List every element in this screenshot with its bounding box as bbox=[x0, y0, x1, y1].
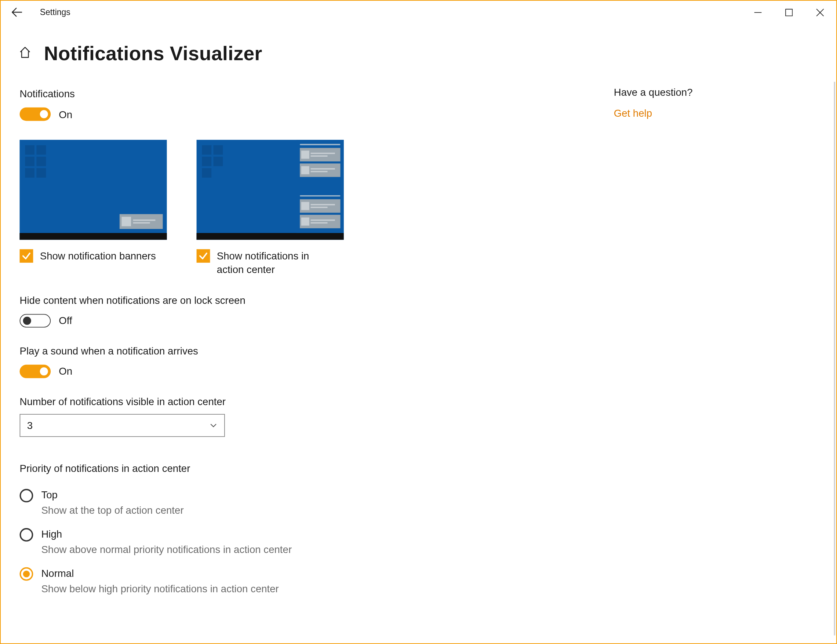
notifications-toggle[interactable] bbox=[20, 107, 51, 121]
close-icon bbox=[816, 8, 824, 16]
sound-toggle-state: On bbox=[59, 365, 72, 377]
get-help-link[interactable]: Get help bbox=[614, 107, 803, 119]
chevron-down-icon bbox=[210, 421, 218, 429]
priority-label-high: High bbox=[41, 528, 292, 539]
main-content: Notifications On bbox=[20, 76, 614, 594]
priority-radio-normal[interactable] bbox=[20, 567, 33, 580]
visible-count-label: Number of notifications visible in actio… bbox=[20, 395, 587, 407]
priority-radio-group: Top Show at the top of action center Hig… bbox=[20, 488, 587, 594]
scrollbar[interactable] bbox=[834, 82, 835, 636]
window-title: Settings bbox=[28, 7, 71, 17]
show-action-center-checkbox[interactable] bbox=[197, 249, 210, 263]
visible-count-value: 3 bbox=[27, 419, 33, 431]
home-icon bbox=[18, 46, 32, 59]
show-banners-label: Show notification banners bbox=[40, 249, 156, 263]
minimize-icon bbox=[754, 8, 762, 16]
lock-screen-toggle[interactable] bbox=[20, 314, 51, 327]
priority-option-high: High Show above normal priority notifica… bbox=[20, 528, 587, 555]
action-center-preview-column: Show notifications in action center bbox=[197, 140, 344, 277]
priority-desc-normal: Show below high priority notifications i… bbox=[41, 582, 279, 594]
window-controls bbox=[742, 2, 835, 23]
notifications-header: Notifications bbox=[20, 88, 587, 99]
action-center-preview-image bbox=[197, 140, 344, 240]
show-banners-checkbox[interactable] bbox=[20, 249, 33, 263]
priority-option-top: Top Show at the top of action center bbox=[20, 488, 587, 516]
notification-previews: Show notification banners bbox=[20, 140, 587, 277]
svg-rect-0 bbox=[785, 9, 792, 15]
arrow-left-icon bbox=[11, 7, 22, 18]
lock-screen-toggle-state: Off bbox=[59, 315, 72, 326]
visible-count-select[interactable]: 3 bbox=[20, 414, 225, 437]
close-button[interactable] bbox=[804, 2, 835, 23]
check-icon bbox=[199, 251, 208, 261]
help-question: Have a question? bbox=[614, 87, 803, 98]
priority-radio-high[interactable] bbox=[20, 528, 33, 541]
maximize-icon bbox=[785, 8, 792, 16]
back-button[interactable] bbox=[6, 2, 28, 23]
sound-toggle[interactable] bbox=[20, 365, 51, 378]
check-icon bbox=[21, 251, 31, 261]
page-header: Notifications Visualizer bbox=[1, 24, 835, 76]
priority-option-normal: Normal Show below high priority notifica… bbox=[20, 567, 587, 594]
sound-label: Play a sound when a notification arrives bbox=[20, 345, 587, 356]
banner-preview-image bbox=[20, 140, 167, 240]
priority-header: Priority of notifications in action cent… bbox=[20, 462, 587, 474]
priority-radio-top[interactable] bbox=[20, 488, 33, 502]
page-title: Notifications Visualizer bbox=[44, 43, 263, 65]
priority-label-top: Top bbox=[41, 488, 184, 500]
show-action-center-label: Show notifications in action center bbox=[217, 249, 338, 277]
help-sidebar: Have a question? Get help bbox=[614, 76, 803, 594]
priority-label-normal: Normal bbox=[41, 567, 279, 578]
home-button[interactable] bbox=[18, 46, 32, 61]
priority-desc-top: Show at the top of action center bbox=[41, 504, 184, 516]
notifications-toggle-row: On bbox=[20, 107, 587, 121]
titlebar: Settings bbox=[1, 1, 835, 24]
notifications-toggle-label: On bbox=[59, 108, 72, 120]
minimize-button[interactable] bbox=[742, 2, 773, 23]
lock-screen-label: Hide content when notifications are on l… bbox=[20, 294, 587, 305]
banner-preview-column: Show notification banners bbox=[20, 140, 167, 277]
maximize-button[interactable] bbox=[773, 2, 804, 23]
priority-desc-high: Show above normal priority notifications… bbox=[41, 543, 292, 554]
